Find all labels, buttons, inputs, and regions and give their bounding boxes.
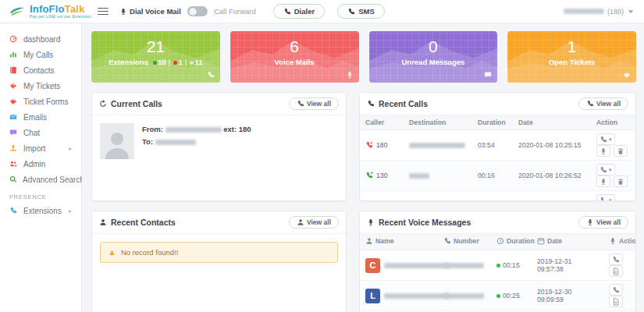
sidebar-item-emails[interactable]: Emails — [0, 109, 81, 125]
main-content: 21 Extensions 10|1|11 6 Voice Mails 0 Un… — [82, 23, 644, 312]
file-button[interactable] — [609, 296, 623, 307]
stat-card-label: Voice Mails — [230, 58, 359, 66]
column-header: Action — [619, 237, 636, 245]
column-header: Destination — [404, 115, 472, 130]
destination-redacted — [409, 173, 429, 179]
person-icon — [365, 237, 373, 245]
sidebar-item-dashboard[interactable]: dashboard — [0, 31, 81, 47]
message-duration: 00:25 — [503, 292, 520, 300]
sidebar-item-extensions[interactable]: Extensions▸ — [0, 203, 81, 218]
message-duration: 00:15 — [503, 261, 520, 269]
upload-icon — [9, 144, 18, 152]
app-logo[interactable]: InfoFloTalk Pay per LINE not per Extensi… — [9, 4, 91, 19]
to-number-redacted — [155, 140, 196, 145]
sidebar-item-import[interactable]: Import▸ — [0, 140, 81, 156]
column-header: Date — [513, 115, 591, 130]
phone-icon — [367, 100, 375, 108]
microphone-icon — [586, 218, 594, 226]
current-calls-title: Current Calls — [99, 99, 162, 108]
sidebar-item-advanced-search[interactable]: Advanced Search — [0, 172, 81, 187]
search-icon — [9, 176, 17, 183]
microphone-icon — [346, 71, 354, 79]
sidebar-item-label: Advanced Search — [23, 176, 84, 184]
chevron-right-icon: ▸ — [69, 207, 72, 214]
recent-calls-panel: Recent Calls View all CallerDestinationD… — [359, 92, 636, 201]
contact-name-redacted — [384, 263, 450, 268]
user-menu[interactable]: (180) — [564, 8, 635, 16]
recent-calls-view-all-button[interactable]: View all — [578, 98, 628, 110]
caller-avatar — [100, 123, 134, 159]
phone-icon — [9, 207, 18, 214]
stat-card-open-tickets[interactable]: 1 Open Tickets — [507, 31, 636, 83]
call-button[interactable] — [609, 284, 623, 296]
call-date: 2020-01-08 10:26:52 — [513, 161, 591, 191]
caller-number: 180 — [376, 141, 388, 149]
person-silhouette-icon — [104, 128, 130, 159]
sidebar-item-label: Import — [23, 144, 45, 153]
user-name-redacted — [564, 9, 604, 14]
recent-call-row: 180 00:28 2020-01-07 18:02:24 ▾ — [360, 191, 635, 202]
no-record-alert: ▲ No record found!! — [100, 242, 338, 263]
column-header: Number — [454, 237, 479, 245]
recent-contacts-view-all-button[interactable]: View all — [289, 216, 339, 229]
call-forward-toggle[interactable] — [187, 6, 208, 16]
voicemail-button[interactable] — [596, 145, 610, 157]
sidebar-item-admin[interactable]: Admin — [0, 156, 81, 172]
message-date: 2019-12-30 09:09:59 — [532, 281, 603, 311]
delete-button[interactable] — [614, 176, 628, 187]
call-forward-label: Call Forward — [214, 7, 256, 16]
phone-dropdown-button[interactable]: ▾ — [596, 133, 615, 145]
chart-icon — [9, 51, 18, 58]
logo-swoosh-icon — [9, 6, 25, 17]
current-calls-view-all-button[interactable]: View all — [289, 98, 339, 110]
logo-text-secondary: Talk — [65, 3, 85, 15]
microphone-icon — [119, 8, 127, 16]
sidebar-item-my-calls[interactable]: My Calls — [0, 47, 81, 62]
recent-voice-messages-view-all-button[interactable]: View all — [578, 216, 628, 229]
column-header: Date — [547, 237, 562, 245]
voicemail-button[interactable] — [596, 176, 610, 187]
voice-message-row: L 00:25 2019-12-30 09:09:59 — [360, 281, 635, 311]
microphone-icon — [367, 218, 375, 226]
recent-calls-title: Recent Calls — [367, 99, 428, 108]
current-calls-panel: Current Calls View all From: — [91, 92, 347, 201]
outgoing-call-icon — [365, 172, 373, 179]
sms-button[interactable]: SMS — [337, 4, 385, 19]
ticket-icon — [623, 71, 631, 79]
phone-dropdown-button[interactable]: ▾ — [596, 164, 615, 176]
sidebar-item-label: Emails — [23, 113, 47, 122]
phone-icon — [347, 8, 355, 16]
sidebar-item-my-tickets[interactable]: My Tickets — [0, 78, 81, 94]
logo-tagline: Pay per LINE not per Extension — [30, 15, 91, 19]
phone-icon — [283, 8, 291, 16]
stat-cards-row: 21 Extensions 10|1|11 6 Voice Mails 0 Un… — [91, 31, 636, 83]
phone-icon — [443, 237, 451, 245]
chat-icon — [9, 129, 18, 136]
contact-number-redacted — [443, 293, 484, 299]
chat-icon — [484, 71, 492, 79]
stat-card-voice-mails[interactable]: 6 Voice Mails — [230, 31, 359, 83]
call-button[interactable] — [609, 254, 623, 265]
stat-card-value: 0 — [369, 37, 498, 55]
sidebar-item-label: Extensions — [23, 207, 62, 215]
call-duration: 00:28 — [472, 191, 513, 202]
sidebar-item-chat[interactable]: Chat — [0, 125, 81, 140]
stat-card-unread-messages[interactable]: 0 Unread Messages — [369, 31, 498, 83]
stat-card-extensions[interactable]: 21 Extensions 10|1|11 — [91, 31, 220, 83]
dialer-button[interactable]: Dialer — [273, 4, 325, 19]
status-dot — [496, 264, 500, 268]
contact-avatar: C — [365, 258, 380, 273]
column-header: Caller — [360, 115, 404, 130]
microphone-icon — [609, 237, 617, 245]
delete-button[interactable] — [614, 145, 628, 157]
user-extension: (180) — [607, 8, 624, 16]
menu-toggle-icon[interactable] — [98, 5, 109, 17]
phone-icon — [207, 71, 215, 79]
sidebar-item-label: Admin — [23, 160, 45, 168]
sidebar-item-ticket-forms[interactable]: Ticket Forms — [0, 94, 81, 109]
file-button[interactable] — [609, 265, 623, 277]
phone-dropdown-button[interactable]: ▾ — [596, 194, 615, 201]
contact-name-redacted — [384, 293, 450, 299]
sidebar-item-contacts[interactable]: Contacts — [0, 62, 81, 78]
message-date: 2019-12-31 09:57:38 — [532, 250, 603, 281]
